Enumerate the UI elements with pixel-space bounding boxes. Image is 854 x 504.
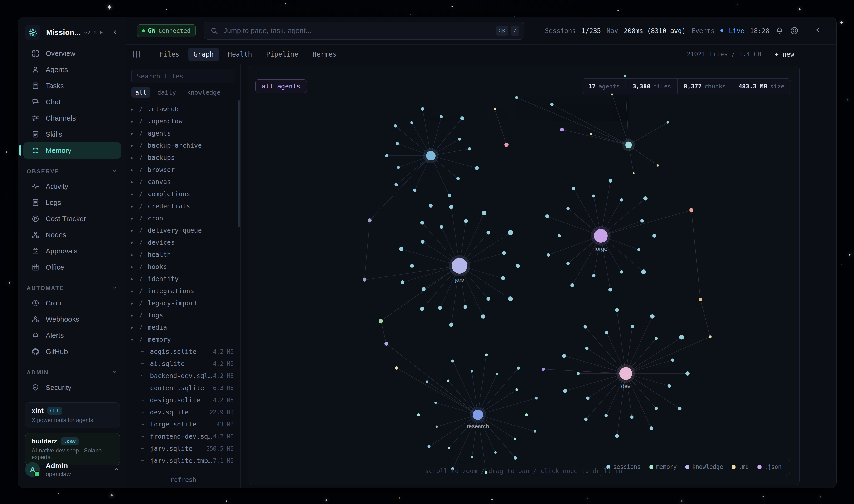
graph-node[interactable] xyxy=(589,133,592,136)
feedback-smiley-icon[interactable] xyxy=(790,26,799,35)
tree-folder-backup-archive[interactable]: ▸/backup-archive xyxy=(126,139,238,151)
collapsed-arrow-icon[interactable]: ▸ xyxy=(131,312,139,318)
chevron-down-icon[interactable] xyxy=(111,369,118,376)
graph-node[interactable] xyxy=(458,138,461,141)
graph-node[interactable] xyxy=(671,358,674,362)
graph-node-n-orange-1[interactable] xyxy=(698,298,702,302)
graph-node[interactable] xyxy=(605,414,608,417)
graph-node[interactable] xyxy=(535,397,538,400)
global-search[interactable]: ⌘K / xyxy=(204,22,524,40)
graph-node[interactable] xyxy=(679,335,684,340)
graph-node[interactable] xyxy=(420,307,424,311)
sidebar-item-channels[interactable]: Channels xyxy=(23,110,121,126)
graph-node[interactable] xyxy=(508,230,513,235)
tree-file-forge-sqlite[interactable]: ~forge.sqlite43 MB xyxy=(126,418,238,430)
graph-node[interactable] xyxy=(516,264,520,268)
graph-node[interactable] xyxy=(655,407,658,410)
tree-folder-devices[interactable]: ▸/devices xyxy=(126,236,238,249)
graph-node[interactable] xyxy=(563,389,567,393)
collapsed-arrow-icon[interactable]: ▸ xyxy=(131,106,139,112)
graph-node[interactable] xyxy=(456,177,460,180)
graph-node-n-lav-1[interactable] xyxy=(384,342,388,346)
sidebar-item-logs[interactable]: Logs xyxy=(23,195,121,211)
collapsed-arrow-icon[interactable]: ▸ xyxy=(131,155,139,160)
graph-node[interactable] xyxy=(592,274,595,277)
graph-node[interactable] xyxy=(615,434,619,438)
graph-node[interactable] xyxy=(482,211,487,215)
graph-node[interactable] xyxy=(434,401,437,404)
graph-node[interactable] xyxy=(585,347,588,350)
graph-node[interactable] xyxy=(471,370,473,373)
tree-file-ai-sqlite[interactable]: ~ai.sqlite4.2 MB xyxy=(126,358,238,370)
graph-node[interactable] xyxy=(608,179,613,183)
new-file-button[interactable]: + new xyxy=(775,51,794,58)
graph-node[interactable] xyxy=(631,325,634,328)
sidebar-item-security[interactable]: Security xyxy=(23,379,121,396)
graph-node[interactable] xyxy=(385,154,388,157)
chevron-up-icon[interactable] xyxy=(113,466,120,473)
graph-node[interactable] xyxy=(630,415,634,419)
refresh-button[interactable]: refresh xyxy=(126,471,240,488)
tree-folder-completions[interactable]: ▸/completions xyxy=(126,188,238,200)
tree-folder-openclaw[interactable]: ▸/.openclaw xyxy=(126,115,238,127)
tree-folder-logs[interactable]: ▸/logs xyxy=(126,309,238,321)
graph-hub-cluster-ne[interactable] xyxy=(625,142,632,148)
graph-node[interactable] xyxy=(449,323,453,327)
graph-node[interactable] xyxy=(533,430,537,433)
graph-node[interactable] xyxy=(605,331,608,334)
tree-folder-browser[interactable]: ▸/browser xyxy=(126,164,238,176)
file-search-input[interactable] xyxy=(132,73,235,80)
graph-node[interactable] xyxy=(396,142,399,145)
graph-node-n-salmon-1[interactable] xyxy=(689,208,693,212)
chevron-down-icon[interactable] xyxy=(111,284,118,292)
graph-node[interactable] xyxy=(584,417,588,421)
graph-node[interactable] xyxy=(410,264,414,268)
graph-node[interactable] xyxy=(545,214,549,218)
collapsed-arrow-icon[interactable]: ▸ xyxy=(131,130,139,136)
collapsed-arrow-icon[interactable]: ▸ xyxy=(131,264,139,270)
graph-node-n-purple-1[interactable] xyxy=(560,128,564,131)
graph-node[interactable] xyxy=(655,337,658,340)
graph-node[interactable] xyxy=(413,188,416,192)
graph-node[interactable] xyxy=(513,438,516,440)
graph-node-n-slate-1[interactable] xyxy=(368,218,371,222)
tree-folder-integrations[interactable]: ▸/integrations xyxy=(126,285,238,297)
tree-file-dev-sqlite[interactable]: ~dev.sqlite22.9 MB xyxy=(126,406,238,418)
graph-node[interactable] xyxy=(395,183,398,186)
graph-node[interactable] xyxy=(668,384,671,388)
graph-node[interactable] xyxy=(394,124,397,128)
graph-node-n-slate-2[interactable] xyxy=(363,278,366,282)
tab-health[interactable]: Health xyxy=(223,48,257,61)
sidebar-item-nodes[interactable]: Nodes xyxy=(23,227,121,243)
graph-node[interactable] xyxy=(547,253,550,256)
sidebar-collapse-chevron-icon[interactable] xyxy=(112,29,120,37)
tree-file-frontend-dev-sq[interactable]: ~frontend-dev.sq…4.2 MB xyxy=(126,430,238,443)
tree-folder-memory[interactable]: ▾/memory xyxy=(126,333,238,345)
tree-folder-canvas[interactable]: ▸/canvas xyxy=(126,176,238,188)
graph-node[interactable] xyxy=(440,115,443,119)
sidebar-item-github[interactable]: GitHub xyxy=(23,343,121,360)
graph-node[interactable] xyxy=(650,314,655,319)
collapsed-arrow-icon[interactable]: ▸ xyxy=(131,215,139,221)
expanded-arrow-icon[interactable]: ▾ xyxy=(131,337,139,342)
graph-node[interactable] xyxy=(558,234,561,237)
tab-files[interactable]: Files xyxy=(154,48,184,61)
collapsed-arrow-icon[interactable]: ▸ xyxy=(131,119,139,124)
graph-hub-research[interactable] xyxy=(473,410,483,420)
sidebar-item-cost-tracker[interactable]: Cost Tracker xyxy=(23,211,121,227)
tree-folder-health[interactable]: ▸/health xyxy=(126,249,238,260)
tab-graph[interactable]: Graph xyxy=(188,48,219,61)
graph-node[interactable] xyxy=(550,103,554,106)
tree-folder-delivery-queue[interactable]: ▸/delivery-queue xyxy=(126,224,238,236)
collapsed-arrow-icon[interactable]: ▸ xyxy=(131,167,139,173)
sidebar-item-alerts[interactable]: Alerts xyxy=(23,327,121,343)
graph-node[interactable] xyxy=(436,426,438,428)
graph-node[interactable] xyxy=(438,306,442,310)
graph-node[interactable] xyxy=(410,121,413,124)
graph-node[interactable] xyxy=(677,407,682,410)
graph-node[interactable] xyxy=(440,225,443,229)
sidebar-item-activity[interactable]: Activity xyxy=(23,178,121,195)
collapsed-arrow-icon[interactable]: ▸ xyxy=(131,288,139,294)
graph-node-n-yellow-l[interactable] xyxy=(395,366,398,370)
graph-node[interactable] xyxy=(399,247,403,251)
